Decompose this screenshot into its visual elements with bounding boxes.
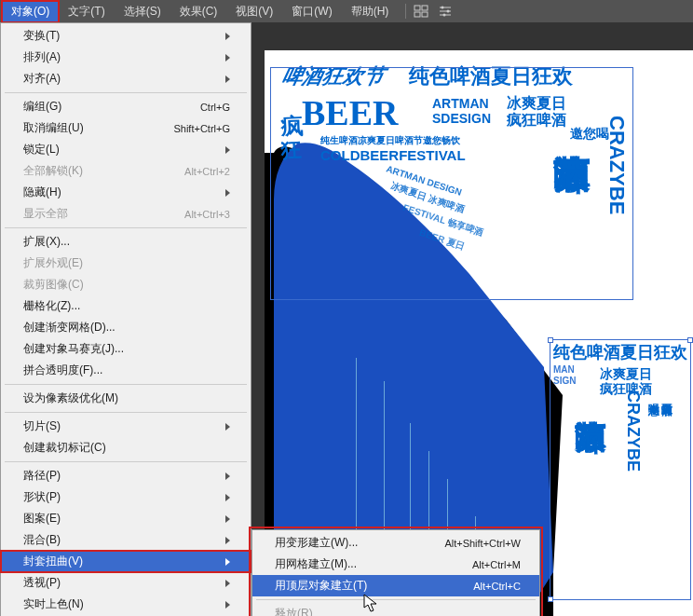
menu-item[interactable]: 变换(T): [1, 25, 251, 47]
submenu-item[interactable]: 用网格建立(M)...Alt+Ctrl+M: [252, 554, 539, 575]
submenu-item-shortcut: Alt+Shift+Ctrl+W: [444, 538, 521, 549]
menu-item[interactable]: 排列(A): [1, 47, 251, 68]
adjust-icon[interactable]: [438, 4, 453, 19]
menu-object[interactable]: 对象(O): [2, 1, 59, 22]
menu-item-label: 形状(P): [23, 489, 225, 505]
menu-type[interactable]: 文字(T): [59, 1, 114, 22]
submenu-item-label: 用网格建立(M)...: [275, 556, 472, 572]
svg-rect-2: [414, 12, 420, 17]
submenu-arrow-icon: [225, 601, 230, 609]
submenu-item[interactable]: 用顶层对象建立(T)Alt+Ctrl+C: [252, 575, 539, 596]
menu-item-label: 创建对象马赛克(J)...: [23, 341, 230, 357]
divider: [405, 4, 406, 19]
selection-outline-right: [550, 339, 691, 600]
menu-item-label: 扩展外观(E): [23, 255, 230, 271]
menu-item-label: 排列(A): [23, 49, 225, 65]
menu-item[interactable]: 创建对象马赛克(J)...: [1, 338, 251, 360]
menu-effect[interactable]: 效果(C): [170, 1, 227, 22]
menu-item-label: 编组(G): [23, 99, 200, 115]
menu-item[interactable]: 混合(B): [1, 529, 251, 551]
menu-item-label: 透视(P): [23, 575, 225, 591]
menu-item-shortcut: Alt+Ctrl+3: [184, 209, 230, 220]
handle[interactable]: [548, 337, 553, 343]
menu-item: 全部解锁(K)Alt+Ctrl+2: [1, 160, 251, 182]
handle[interactable]: [548, 596, 553, 602]
menu-item[interactable]: 设为像素级优化(M): [1, 388, 251, 409]
submenu-arrow-icon: [225, 189, 230, 197]
menu-item-label: 图案(E): [23, 511, 225, 527]
menu-select[interactable]: 选择(S): [115, 1, 170, 22]
menu-window[interactable]: 窗口(W): [282, 1, 341, 22]
menu-item-label: 实时上色(N): [23, 596, 225, 612]
menu-item[interactable]: 图案(E): [1, 508, 251, 529]
menu-item: 扩展外观(E): [1, 253, 251, 274]
submenu-arrow-icon: [225, 33, 230, 40]
menu-item[interactable]: 形状(P): [1, 486, 251, 508]
submenu-arrow-icon: [225, 494, 230, 501]
handle[interactable]: [687, 337, 693, 343]
menu-item[interactable]: 编组(G)Ctrl+G: [1, 96, 251, 117]
submenu-item-label: 用变形建立(W)...: [275, 535, 444, 551]
svg-point-7: [442, 7, 444, 9]
menu-separator: [256, 599, 536, 600]
menu-item-label: 裁剪图像(C): [23, 277, 230, 293]
menu-item-label: 变换(T): [23, 28, 225, 44]
menu-view[interactable]: 视图(V): [226, 1, 282, 22]
cursor-icon: [363, 594, 380, 614]
menu-separator: [5, 461, 247, 462]
submenu-item: 释放(R): [252, 603, 539, 616]
essentials-icon[interactable]: [414, 4, 428, 19]
menu-item-label: 设为像素级优化(M): [23, 390, 230, 406]
submenu-arrow-icon: [225, 515, 230, 523]
menu-item[interactable]: 拼合透明度(F)...: [1, 360, 251, 381]
menu-item-label: 锁定(L): [23, 142, 225, 157]
menu-item-shortcut: Alt+Ctrl+2: [184, 166, 230, 177]
menu-separator: [5, 227, 247, 228]
canvas-area: 啤酒狂欢节 纯色啤酒夏日狂欢 疯 狂 BEER ARTMAN SDESIGN 冰…: [251, 22, 693, 616]
menu-item-label: 拼合透明度(F)...: [23, 363, 230, 378]
menu-separator: [5, 384, 247, 385]
menu-item: 裁剪图像(C): [1, 274, 251, 295]
menu-item[interactable]: 透视(P): [1, 572, 251, 594]
submenu-arrow-icon: [225, 580, 230, 587]
envelope-distort-submenu: 用变形建立(W)...Alt+Shift+Ctrl+W用网格建立(M)...Al…: [251, 529, 540, 616]
menu-item-label: 对齐(A): [23, 71, 225, 87]
object-menu-dropdown: 变换(T)排列(A)对齐(A)编组(G)Ctrl+G取消编组(U)Shift+C…: [0, 22, 251, 616]
menubar: 对象(O) 文字(T) 选择(S) 效果(C) 视图(V) 窗口(W) 帮助(H…: [0, 0, 693, 22]
submenu-arrow-icon: [225, 423, 230, 431]
submenu-arrow-icon: [225, 537, 230, 544]
svg-rect-0: [414, 6, 420, 10]
submenu-arrow-icon: [225, 558, 230, 566]
menu-item[interactable]: 扩展(X)...: [1, 231, 251, 253]
submenu-item-label: 释放(R): [275, 606, 521, 616]
submenu-item[interactable]: 用变形建立(W)...Alt+Shift+Ctrl+W: [252, 532, 539, 554]
menu-item[interactable]: 栅格化(Z)...: [1, 295, 251, 317]
menu-item[interactable]: 路径(P): [1, 465, 251, 486]
menu-item[interactable]: 隐藏(H): [1, 182, 251, 203]
menu-item[interactable]: 取消编组(U)Shift+Ctrl+G: [1, 117, 251, 139]
svg-rect-1: [422, 6, 428, 10]
menu-item-label: 路径(P): [23, 468, 225, 484]
submenu-item-shortcut: Alt+Ctrl+C: [473, 581, 521, 592]
submenu-arrow-icon: [225, 146, 230, 154]
submenu-arrow-icon: [225, 75, 230, 83]
menu-item-label: 显示全部: [23, 206, 184, 222]
menu-item[interactable]: 创建渐变网格(D)...: [1, 317, 251, 338]
menu-item[interactable]: 锁定(L): [1, 139, 251, 160]
submenu-arrow-icon: [225, 54, 230, 62]
svg-point-8: [447, 10, 450, 13]
menu-item-label: 全部解锁(K): [23, 163, 184, 179]
menu-item-label: 扩展(X)...: [23, 234, 230, 250]
menu-item[interactable]: 封套扭曲(V): [1, 551, 251, 572]
menu-item[interactable]: 切片(S): [1, 416, 251, 437]
svg-rect-3: [422, 12, 428, 17]
menu-help[interactable]: 帮助(H): [342, 1, 399, 22]
menubar-icons: [414, 4, 453, 19]
menu-item-label: 取消编组(U): [23, 120, 173, 136]
menu-item[interactable]: 创建裁切标记(C): [1, 437, 251, 459]
menu-item[interactable]: 实时上色(N): [1, 594, 251, 615]
menu-item-label: 隐藏(H): [23, 185, 225, 200]
menu-item-label: 创建渐变网格(D)...: [23, 320, 230, 335]
menu-item-shortcut: Ctrl+G: [200, 102, 230, 113]
menu-item[interactable]: 对齐(A): [1, 68, 251, 89]
